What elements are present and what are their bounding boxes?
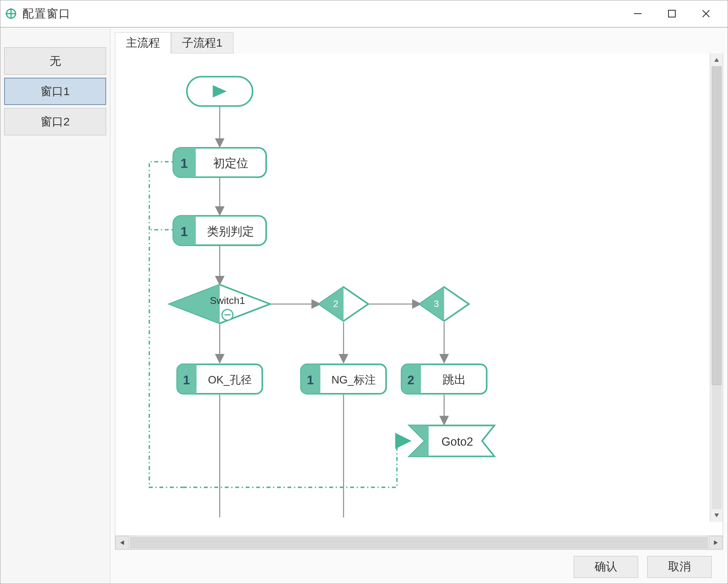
svg-marker-46 [120,540,124,545]
cancel-button[interactable]: 取消 [647,556,712,578]
node-ng-label[interactable]: 1 NG_标注 [301,364,386,394]
node-goto2[interactable]: Goto2 [409,426,494,457]
minimize-button[interactable] [621,2,655,25]
node-label: Goto2 [441,435,473,448]
node-label: 2 [333,299,339,309]
sidebar-item-window1[interactable]: 窗口1 [4,78,106,105]
node-badge: 2 [407,373,414,387]
svg-marker-30 [319,287,344,321]
node-badge: 1 [307,373,314,387]
tab-label: 子流程1 [182,35,223,51]
vertical-scroll-thumb[interactable] [712,66,722,385]
svg-rect-35 [191,364,196,394]
node-start[interactable] [187,77,253,106]
tab-label: 主流程 [126,35,160,51]
node-category-judge[interactable]: 1 类别判定 [173,216,266,246]
node-badge: 1 [180,224,188,239]
tab-sub-flow-1[interactable]: 子流程1 [171,32,234,53]
sidebar-item-label: 无 [50,53,61,69]
node-jump[interactable]: 2 跳出 [402,364,486,394]
node-label: NG_标注 [331,374,376,386]
node-label: 初定位 [213,157,248,169]
node-badge: 1 [180,156,188,171]
sidebar: 无 窗口1 窗口2 [0,28,110,584]
config-window: 配置窗口 无 窗口1 窗口2 主流程 [0,0,728,584]
footer: 确认 取消 [115,550,723,584]
sidebar-item-label: 窗口2 [41,114,70,130]
svg-rect-4 [668,10,675,17]
scroll-down-icon[interactable] [710,509,723,522]
horizontal-scrollbar[interactable] [115,535,723,549]
node-label: 3 [434,299,439,309]
sidebar-item-label: 窗口1 [41,84,70,99]
svg-rect-22 [189,148,196,177]
scroll-up-icon[interactable] [710,53,723,66]
scroll-left-icon[interactable] [115,536,129,550]
svg-marker-32 [419,287,444,321]
button-label: 确认 [595,559,617,575]
tabs: 主流程 子流程1 [115,32,723,53]
vertical-scroll-track[interactable] [712,66,722,509]
sidebar-item-window2[interactable]: 窗口2 [4,108,106,135]
sidebar-item-none[interactable]: 无 [4,47,106,75]
vertical-scrollbar[interactable] [710,53,723,522]
main-panel: 主流程 子流程1 [110,28,728,584]
flow-canvas[interactable]: 1 初定位 1 类别判定 [115,53,723,533]
svg-marker-43 [409,426,428,457]
svg-marker-44 [714,58,719,62]
node-switch1[interactable]: Switch1 [169,285,270,323]
maximize-button[interactable] [655,2,689,25]
svg-marker-45 [714,514,719,517]
app-icon [5,8,17,20]
svg-rect-38 [315,364,320,394]
node-label: OK_孔径 [208,374,251,386]
scroll-right-icon[interactable] [709,536,723,550]
node-badge: 1 [183,373,190,387]
titlebar: 配置窗口 [0,0,728,28]
flow-canvas-container: 1 初定位 1 类别判定 [115,53,723,550]
node-initial-locate[interactable]: 1 初定位 [173,148,266,177]
node-label: 类别判定 [207,225,254,238]
node-branch-3[interactable]: 3 [419,287,469,321]
close-button[interactable] [689,2,723,25]
node-ok-hole[interactable]: 1 OK_孔径 [177,364,262,394]
confirm-button[interactable]: 确认 [574,556,638,578]
node-label: Switch1 [210,295,245,306]
button-label: 取消 [668,559,691,575]
svg-marker-47 [714,540,718,545]
svg-rect-41 [416,364,421,394]
node-label: 跳出 [442,373,466,386]
window-title: 配置窗口 [22,6,71,22]
horizontal-scroll-track[interactable] [130,537,708,549]
tab-main-flow[interactable]: 主流程 [115,32,171,53]
svg-rect-25 [189,216,196,246]
node-branch-2[interactable]: 2 [319,287,369,321]
